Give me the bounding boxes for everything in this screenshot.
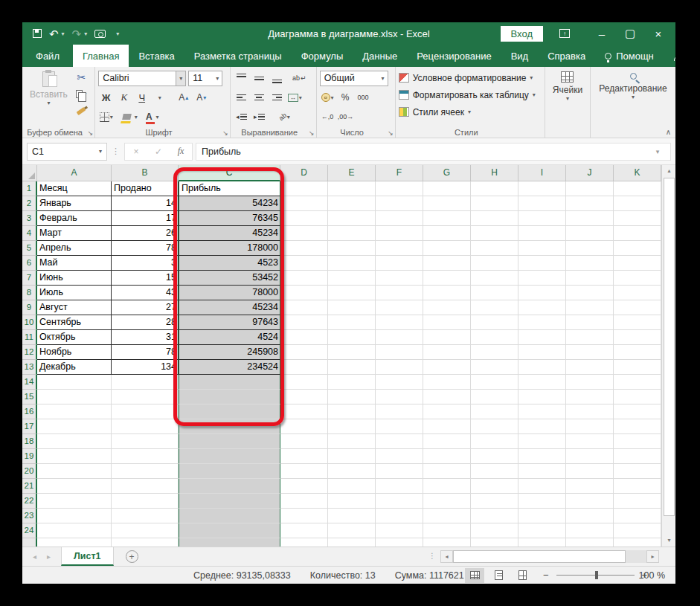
clipboard-dialog-launcher-icon[interactable]: ↘ <box>88 129 94 137</box>
cell-H3[interactable] <box>471 211 518 226</box>
cell-I18[interactable] <box>518 434 566 449</box>
cell-A12[interactable]: Ноябрь <box>37 345 112 360</box>
cells-button[interactable]: Ячейки ▾ <box>548 69 587 126</box>
cell-A3[interactable]: Февраль <box>37 211 112 226</box>
column-header-A[interactable]: A <box>37 165 112 181</box>
row-header-8[interactable]: 8 <box>22 286 37 300</box>
row-header-9[interactable]: 9 <box>22 300 37 315</box>
cell-C3[interactable]: 76345 <box>179 211 280 226</box>
cell-H9[interactable] <box>471 300 518 315</box>
page-break-view-button[interactable] <box>513 568 532 583</box>
cell-B10[interactable]: 28 <box>112 315 179 330</box>
cell-E7[interactable] <box>328 271 376 286</box>
cell-K1[interactable] <box>614 181 661 196</box>
cell-J12[interactable] <box>566 345 614 360</box>
cell-I3[interactable] <box>518 211 566 226</box>
cell-C1[interactable]: Прибыль <box>179 181 280 196</box>
cell-C23[interactable] <box>179 509 280 523</box>
cell-J5[interactable] <box>566 241 614 256</box>
font-dialog-launcher-icon[interactable]: ↘ <box>222 129 228 137</box>
cell-G13[interactable] <box>423 360 471 375</box>
row-header-7[interactable]: 7 <box>22 271 37 286</box>
cell-A11[interactable]: Октябрь <box>37 330 112 345</box>
cell-C11[interactable]: 4524 <box>179 330 280 345</box>
cell-D19[interactable] <box>280 449 328 464</box>
tab-data[interactable]: Данные <box>353 45 407 67</box>
orientation-button[interactable]: ab▾ <box>277 109 292 125</box>
cell-E24[interactable] <box>328 523 376 538</box>
cell-D12[interactable] <box>280 345 328 360</box>
cell-J20[interactable] <box>566 464 614 479</box>
cell-E23[interactable] <box>328 509 376 523</box>
cell-H21[interactable] <box>471 479 518 494</box>
tab-splitter-icon[interactable]: ⋮ <box>428 552 436 560</box>
cell-J15[interactable] <box>566 390 614 404</box>
cell-K9[interactable] <box>614 300 661 315</box>
currency-format-button[interactable]: ¤▾ <box>320 90 335 106</box>
row-header-12[interactable]: 12 <box>22 345 37 360</box>
cell-J19[interactable] <box>566 449 614 464</box>
cell-K18[interactable] <box>614 434 661 449</box>
cell-I21[interactable] <box>518 479 566 494</box>
cell-C14[interactable] <box>179 375 280 390</box>
cell-D15[interactable] <box>280 390 328 404</box>
cell-E15[interactable] <box>328 390 376 404</box>
font-size-combo[interactable]: 11▾ <box>188 71 222 86</box>
cell-F4[interactable] <box>376 226 423 241</box>
cell-D5[interactable] <box>280 241 328 256</box>
cell-E10[interactable] <box>328 315 376 330</box>
cell-D4[interactable] <box>280 226 328 241</box>
cell-A16[interactable] <box>37 404 112 419</box>
cell-I17[interactable] <box>518 419 566 434</box>
cell-E14[interactable] <box>328 375 376 390</box>
cell-G11[interactable] <box>423 330 471 345</box>
cell-K5[interactable] <box>614 241 661 256</box>
cell-H14[interactable] <box>471 375 518 390</box>
cell-I14[interactable] <box>518 375 566 390</box>
tab-view[interactable]: Вид <box>501 45 539 67</box>
grow-font-button[interactable]: А▴ <box>176 90 191 106</box>
cell-K11[interactable] <box>614 330 661 345</box>
cell-K2[interactable] <box>614 196 661 211</box>
cell-H[interactable] <box>471 538 518 547</box>
cell-A19[interactable] <box>37 449 112 464</box>
cell-J8[interactable] <box>566 286 614 300</box>
italic-button[interactable]: К <box>116 90 132 106</box>
cell-F20[interactable] <box>376 464 423 479</box>
camera-icon[interactable] <box>94 30 106 38</box>
row-header-15[interactable]: 15 <box>22 390 37 404</box>
zoom-out-icon[interactable]: − <box>543 570 549 581</box>
cell-C24[interactable] <box>179 523 280 538</box>
tab-formulas[interactable]: Формулы <box>292 45 353 67</box>
cell-J18[interactable] <box>566 434 614 449</box>
number-format-combo[interactable]: Общий▾ <box>320 71 388 86</box>
cell-D1[interactable] <box>280 181 328 196</box>
align-left-button[interactable] <box>234 90 249 106</box>
column-header-D[interactable]: D <box>280 165 328 181</box>
cell-I8[interactable] <box>518 286 566 300</box>
cell-E1[interactable] <box>328 181 376 196</box>
cell-A14[interactable] <box>37 375 112 390</box>
cell-F15[interactable] <box>376 390 423 404</box>
cell-H6[interactable] <box>471 256 518 271</box>
cell-E9[interactable] <box>328 300 376 315</box>
cell-F[interactable] <box>376 538 423 547</box>
decrease-indent-button[interactable]: ◂ <box>234 109 249 125</box>
cell-F17[interactable] <box>376 419 423 434</box>
cell-B19[interactable] <box>112 449 179 464</box>
cell-K8[interactable] <box>614 286 661 300</box>
cell-B20[interactable] <box>112 464 179 479</box>
font-color-button[interactable]: А▾ <box>144 109 160 125</box>
cell-C13[interactable]: 234524 <box>179 360 280 375</box>
collapse-ribbon-icon[interactable]: ∧ <box>666 128 671 136</box>
tab-share[interactable]: Поделиться <box>664 45 675 67</box>
cell-A22[interactable] <box>37 494 112 509</box>
ribbon-display-options-icon[interactable]: ↑ <box>559 29 570 38</box>
cell-H17[interactable] <box>471 419 518 434</box>
cell-G17[interactable] <box>423 419 471 434</box>
cell-D9[interactable] <box>280 300 328 315</box>
cell-G8[interactable] <box>423 286 471 300</box>
cell-K22[interactable] <box>614 494 661 509</box>
cell-E4[interactable] <box>328 226 376 241</box>
cell-I15[interactable] <box>518 390 566 404</box>
